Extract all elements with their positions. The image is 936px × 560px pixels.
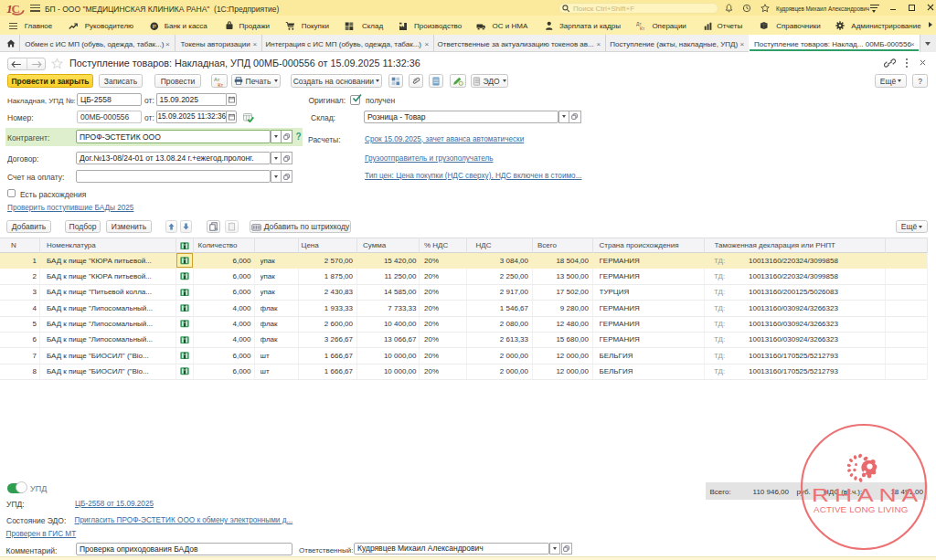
svg-text:Кт: Кт <box>218 81 223 87</box>
svg-text:Кт: Кт <box>640 26 645 30</box>
svg-text:Р: Р <box>152 23 155 29</box>
